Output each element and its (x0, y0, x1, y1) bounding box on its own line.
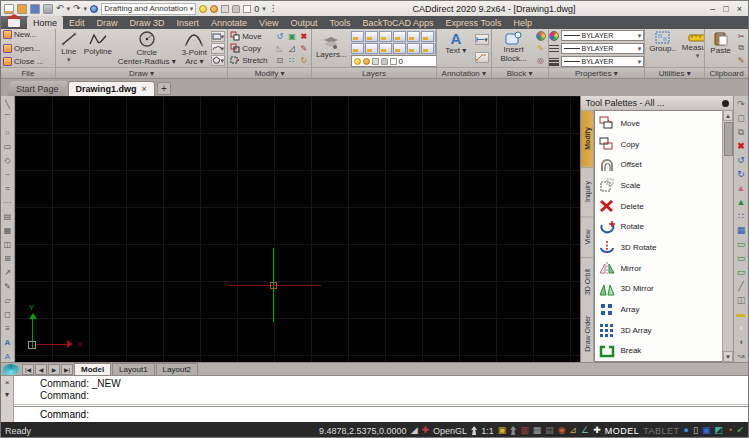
palette-item-3d-rotate[interactable]: 3D Rotate (599, 237, 722, 258)
annotation-panel-label[interactable]: Annotation ▾ (437, 67, 491, 78)
rotate-tool-icon[interactable]: ↺ (275, 31, 285, 41)
lwt-icon[interactable]: ▤ (545, 426, 554, 435)
layer-tool-icon[interactable] (351, 43, 364, 54)
tab-help[interactable]: Help (507, 16, 538, 29)
tool-icon[interactable]: ↺ (737, 154, 745, 167)
tab-draw[interactable]: Draw (91, 16, 124, 29)
match-props-icon[interactable]: ✎ (736, 55, 746, 65)
layer-dropdown[interactable]: 0 ▾ (351, 55, 436, 67)
tab-annotate[interactable]: Annotate (205, 16, 253, 29)
chamfer-tool-icon[interactable]: ◺ (275, 43, 285, 53)
tab-model[interactable]: Model (74, 363, 111, 375)
tool-icon[interactable]: ◖ (738, 336, 743, 349)
close-file-button[interactable]: Close ... (3, 57, 53, 66)
prev-layout-button[interactable]: ◀ (35, 364, 47, 375)
polar-icon[interactable]: ▦ (533, 426, 542, 435)
settings-gear-icon[interactable]: ● (684, 426, 689, 435)
tool-icon[interactable]: ◇ (4, 154, 10, 167)
new-button[interactable]: New... (3, 30, 53, 39)
layer-tool-icon[interactable] (435, 31, 436, 42)
scroll-thumb[interactable] (724, 122, 733, 156)
crosshair-plus-icon[interactable]: ✚ (593, 426, 601, 435)
scroll-down-icon[interactable]: ▼ (723, 351, 733, 362)
tab-express-tools[interactable]: Express Tools (440, 16, 508, 29)
palette-pin-icon[interactable] (722, 100, 729, 107)
tab-draw3d[interactable]: Draw 3D (124, 16, 171, 29)
redo-icon[interactable]: ↷ (73, 4, 81, 13)
layer-tool-icon[interactable] (421, 43, 434, 54)
workspace-switcher[interactable]: Drafting and Annotation ▾ (101, 3, 196, 15)
tool-icon[interactable]: ▭ (737, 266, 746, 279)
tab-close-icon[interactable]: × (142, 84, 147, 94)
app-menu-button[interactable] (1, 16, 27, 29)
layer-tool-icon[interactable] (379, 43, 392, 54)
color-dropdown[interactable]: BYLAYER▾ (561, 30, 645, 41)
ruler-icon[interactable]: ⊿ (570, 426, 578, 435)
layer-tool-icon[interactable] (365, 31, 378, 42)
tab-output[interactable]: Output (284, 16, 323, 29)
modify-panel-label[interactable]: Modify ▾ (228, 67, 311, 78)
file-panel-label[interactable]: File (1, 67, 55, 78)
layer-color-swatch[interactable] (243, 5, 251, 13)
tool-icon[interactable]: ⋯ (3, 196, 11, 209)
properties-panel-label[interactable]: Properties ▾ (549, 67, 645, 78)
coordinates-readout[interactable]: 9.4878,2.5375,0.0000 (319, 426, 407, 436)
tool-icon[interactable]: ✎ (4, 280, 11, 293)
grid-plus-icon[interactable]: ✚ (422, 426, 430, 435)
explode-tool-icon[interactable]: ▣ (287, 31, 297, 41)
tool-icon[interactable]: ◫ (737, 294, 746, 307)
tool-icon[interactable]: ▲ (737, 182, 746, 195)
palette-item-break[interactable]: Break (599, 340, 722, 361)
arc-button[interactable]: 3-PointArc ▾ (180, 30, 209, 66)
pie-icon[interactable]: ◔ (727, 426, 732, 435)
layer-thaw-sun-icon[interactable] (210, 5, 218, 13)
tab-edit[interactable]: Edit (63, 16, 91, 29)
palette-tab-view[interactable]: View (581, 216, 593, 257)
tool-icon[interactable]: ⌒ (3, 112, 11, 125)
lineweight-dropdown[interactable]: BYLAYER▾ (561, 56, 645, 67)
block-panel-label[interactable]: Block ▾ (492, 67, 548, 78)
tab-tools[interactable]: Tools (324, 16, 357, 29)
paste-button[interactable]: Paste (707, 30, 734, 66)
tool-icon[interactable]: ⊞ (4, 252, 11, 265)
maximize-button[interactable]: □ (723, 4, 728, 14)
array-tool-icon[interactable]: ∷ (287, 55, 297, 65)
tool-icon[interactable]: ↝ (737, 350, 745, 362)
tab-start-page[interactable]: Start Page (7, 81, 67, 96)
next-layout-button[interactable]: ▶ (48, 364, 60, 375)
layer-tool-icon[interactable] (407, 43, 420, 54)
minimize-button[interactable]: – (710, 4, 715, 14)
block-edit-icon[interactable]: ✎ (536, 43, 546, 53)
layers-button[interactable]: Layers... (314, 30, 349, 66)
palette-item-move[interactable]: Move (599, 113, 722, 134)
scroll-up-icon[interactable]: ▲ (723, 110, 733, 121)
tool-icon[interactable]: ▭ (4, 140, 12, 153)
tab-layout1[interactable]: Layout1 (112, 363, 154, 375)
block-attach-icon[interactable]: ◎ (536, 55, 546, 65)
line-button[interactable]: Line▾ (58, 30, 80, 66)
tool-icon[interactable]: ╲ (5, 98, 10, 111)
tool-icon[interactable]: ◫ (4, 238, 12, 251)
tab-backtocad-apps[interactable]: BackToCAD Apps (357, 16, 440, 29)
model-space-toggle[interactable]: MODEL (605, 426, 640, 436)
layers-status-icon[interactable]: ▣ (702, 426, 711, 435)
tool-icon[interactable]: ▬ (737, 308, 746, 321)
tool-icon[interactable]: ≡ (5, 322, 10, 335)
tool-icon[interactable]: ✖ (737, 140, 745, 153)
palette-item-3d-array[interactable]: 3D Array (599, 320, 722, 341)
undo-caret-icon[interactable]: ▾ (67, 5, 71, 12)
palette-item-mirror[interactable]: Mirror (599, 258, 722, 279)
tool-icon[interactable]: ~ (5, 168, 10, 181)
measure-button[interactable]: Measure▾ (680, 30, 704, 66)
palette-item-offset[interactable]: Offset (599, 154, 722, 175)
layer-tool-icon[interactable] (421, 31, 434, 42)
tool-icon[interactable]: A (5, 350, 10, 362)
revision-cloud-button[interactable]: ▾ (211, 43, 225, 54)
tool-icon[interactable]: ◻ (737, 112, 744, 125)
copy-button[interactable]: Copy (230, 43, 273, 53)
esnap-icon[interactable]: ▣ (498, 426, 507, 435)
palette-item-3d-mirror[interactable]: 3D Mirror (599, 278, 722, 299)
layers-panel-label[interactable]: Layers (312, 67, 436, 78)
dimension-button[interactable]: ▾ (475, 34, 489, 45)
palette-item-rotate[interactable]: Rotate (599, 216, 722, 237)
